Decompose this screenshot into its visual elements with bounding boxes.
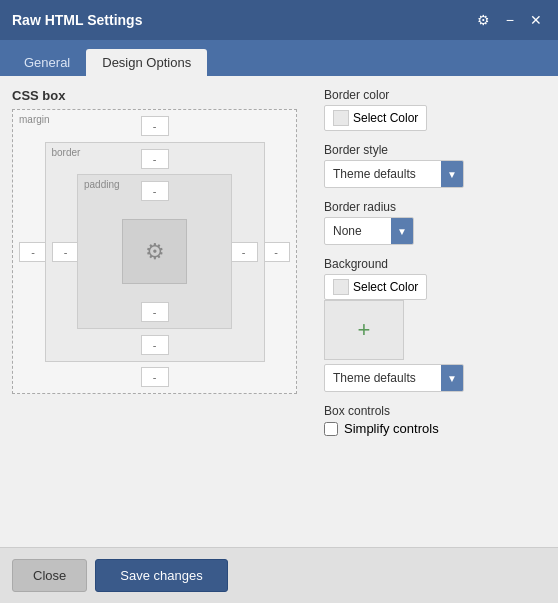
content-center: ⚙ [122, 219, 187, 284]
border-color-label: Border color [324, 88, 546, 102]
margin-bottom-value[interactable]: - [141, 367, 169, 387]
border-radius-arrow[interactable]: ▼ [391, 218, 413, 244]
margin-top-input[interactable]: - [141, 116, 169, 136]
border-style-label: Border style [324, 143, 546, 157]
content-area: CSS box margin - - - - [0, 76, 558, 547]
padding-top-value[interactable]: - [141, 181, 169, 201]
padding-box: padding - - ⚙ [77, 174, 232, 329]
minimize-icon[interactable]: − [502, 10, 518, 30]
padding-bottom-value[interactable]: - [141, 302, 169, 322]
border-style-select[interactable]: Theme defaults ▼ [324, 160, 464, 188]
border-style-group: Border style Theme defaults ▼ [324, 143, 546, 188]
background-color-btn-label: Select Color [353, 280, 418, 294]
background-image-placeholder[interactable]: + [324, 300, 404, 360]
content-icon: ⚙ [145, 239, 165, 265]
border-radius-value: None [325, 224, 391, 238]
box-controls-group: Box controls Simplify controls [324, 404, 546, 436]
footer: Close Save changes [0, 547, 558, 603]
title-bar: Raw HTML Settings ⚙ − ✕ [0, 0, 558, 40]
padding-top-input[interactable]: - [141, 181, 169, 201]
css-box-section: CSS box margin - - - - [12, 88, 312, 535]
border-right-input[interactable]: - [230, 242, 258, 262]
margin-right-value[interactable]: - [262, 242, 290, 262]
background-theme-select[interactable]: Theme defaults ▼ [324, 364, 464, 392]
border-color-swatch [333, 110, 349, 126]
background-label: Background [324, 257, 546, 271]
margin-bottom-input[interactable]: - [141, 367, 169, 387]
tab-general[interactable]: General [8, 49, 86, 76]
simplify-controls-row: Simplify controls [324, 421, 546, 436]
background-color-swatch [333, 279, 349, 295]
close-icon[interactable]: ✕ [526, 10, 546, 30]
design-options: Border color Select Color Border style T… [324, 88, 546, 535]
border-style-arrow[interactable]: ▼ [441, 161, 463, 187]
window: Raw HTML Settings ⚙ − ✕ General Design O… [0, 0, 558, 603]
css-box-label: CSS box [12, 88, 312, 103]
add-icon: + [358, 317, 371, 343]
tab-design-options[interactable]: Design Options [86, 49, 207, 76]
border-color-button[interactable]: Select Color [324, 105, 427, 131]
title-bar-controls: ⚙ − ✕ [473, 10, 546, 30]
border-radius-group: Border radius None ▼ [324, 200, 546, 245]
border-left-value[interactable]: - [52, 242, 80, 262]
close-button[interactable]: Close [12, 559, 87, 592]
margin-top-value[interactable]: - [141, 116, 169, 136]
border-color-group: Border color Select Color [324, 88, 546, 131]
simplify-controls-checkbox[interactable] [324, 422, 338, 436]
margin-label: margin [19, 114, 50, 125]
box-diagram: margin - - - - border [12, 109, 297, 394]
gear-icon[interactable]: ⚙ [473, 10, 494, 30]
border-bottom-input[interactable]: - [141, 335, 169, 355]
margin-left-input[interactable]: - [19, 242, 47, 262]
border-color-btn-label: Select Color [353, 111, 418, 125]
border-box: border - - - - [45, 142, 265, 362]
margin-left-value[interactable]: - [19, 242, 47, 262]
margin-right-input[interactable]: - [262, 242, 290, 262]
background-color-button[interactable]: Select Color [324, 274, 427, 300]
border-bottom-value[interactable]: - [141, 335, 169, 355]
border-radius-select[interactable]: None ▼ [324, 217, 414, 245]
padding-label: padding [84, 179, 120, 190]
simplify-controls-label: Simplify controls [344, 421, 439, 436]
border-right-value[interactable]: - [230, 242, 258, 262]
background-theme-arrow[interactable]: ▼ [441, 365, 463, 391]
main-content: CSS box margin - - - - [0, 76, 558, 603]
border-top-value[interactable]: - [141, 149, 169, 169]
background-theme-value: Theme defaults [325, 371, 441, 385]
background-group: Background Select Color + Theme defaults… [324, 257, 546, 392]
border-top-input[interactable]: - [141, 149, 169, 169]
window-title: Raw HTML Settings [12, 12, 142, 28]
padding-bottom-input[interactable]: - [141, 302, 169, 322]
border-radius-label: Border radius [324, 200, 546, 214]
border-left-input[interactable]: - [52, 242, 80, 262]
save-button[interactable]: Save changes [95, 559, 227, 592]
border-label: border [52, 147, 81, 158]
border-style-value: Theme defaults [325, 167, 441, 181]
box-controls-label: Box controls [324, 404, 546, 418]
tabs-bar: General Design Options [0, 40, 558, 76]
